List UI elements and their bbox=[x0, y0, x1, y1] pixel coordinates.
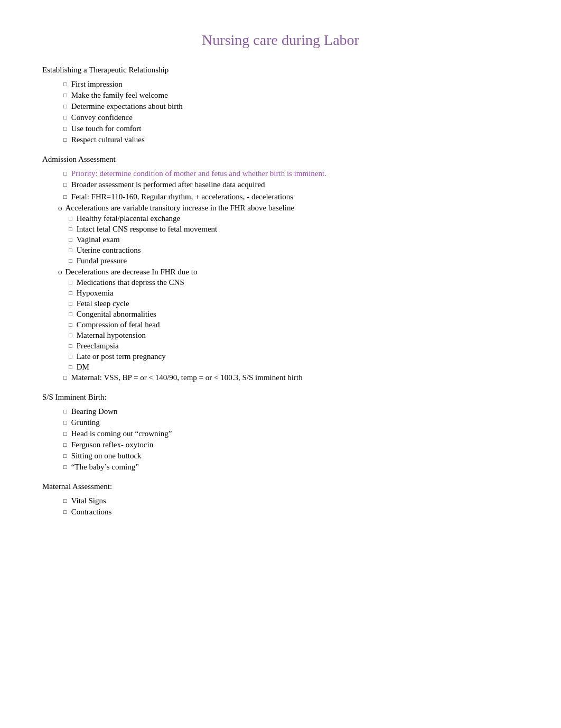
decelerations-label: Decelerations are decrease In FHR due to bbox=[66, 268, 198, 277]
list-item: Healthy fetal/placental exchange bbox=[69, 214, 519, 223]
fetal-item: Fetal: FHR=110-160, Regular rhythm, + ac… bbox=[42, 192, 519, 201]
page-title: Nursing care during Labor bbox=[42, 32, 519, 49]
maternal-assessment-list: Vital Signs Contractions bbox=[42, 496, 519, 517]
therapeutic-section: Establishing a Therapeutic Relationship … bbox=[42, 66, 519, 144]
list-item: Intact fetal CNS response to fetal movem… bbox=[69, 225, 519, 234]
list-item: Sitting on one buttock bbox=[63, 451, 519, 460]
list-item: Determine expectations about birth bbox=[63, 102, 519, 111]
accelerations-item: o Accelerations are variable transitory … bbox=[58, 204, 519, 213]
imminent-list: Bearing Down Grunting Head is coming out… bbox=[42, 407, 519, 472]
list-item: First impression bbox=[63, 80, 519, 89]
list-item: “The baby’s coming” bbox=[63, 463, 519, 472]
list-item: Convey confidence bbox=[63, 113, 519, 122]
decelerations-sub-list: Medications that depress the CNS Hypoxem… bbox=[42, 278, 519, 372]
list-item: Medications that depress the CNS bbox=[69, 278, 519, 287]
maternal-item: Maternal: VSS, BP = or < 140/90, temp = … bbox=[42, 373, 519, 382]
admission-heading: Admission Assessment bbox=[42, 155, 519, 164]
admission-list: Priority: determine condition of mother … bbox=[42, 169, 519, 189]
list-item: Grunting bbox=[63, 418, 519, 427]
maternal-assessment-heading: Maternal Assessment: bbox=[42, 482, 519, 491]
list-item: Contractions bbox=[63, 508, 519, 517]
priority-item: Priority: determine condition of mother … bbox=[63, 169, 519, 178]
list-item: DM bbox=[69, 363, 519, 372]
list-item: Compression of fetal head bbox=[69, 320, 519, 329]
accelerations-list: o Accelerations are variable transitory … bbox=[42, 204, 519, 213]
list-item: Fetal sleep cycle bbox=[69, 299, 519, 308]
imminent-section: S/S Imminent Birth: Bearing Down Gruntin… bbox=[42, 393, 519, 472]
list-item: Maternal hypotension bbox=[69, 331, 519, 340]
list-item: Bearing Down bbox=[63, 407, 519, 416]
list-item: Fundal pressure bbox=[69, 256, 519, 265]
list-item: Late or post term pregnancy bbox=[69, 352, 519, 361]
list-item: Make the family feel welcome bbox=[63, 91, 519, 100]
list-item: Hypoxemia bbox=[69, 289, 519, 298]
admission-section: Admission Assessment Priority: determine… bbox=[42, 155, 519, 382]
list-item: Uterine contractions bbox=[69, 246, 519, 255]
list-item: Vital Signs bbox=[63, 496, 519, 505]
decelerations-list: o Decelerations are decrease In FHR due … bbox=[42, 268, 519, 277]
list-item: Use touch for comfort bbox=[63, 124, 519, 133]
list-item: Respect cultural values bbox=[63, 135, 519, 144]
maternal-assessment-section: Maternal Assessment: Vital Signs Contrac… bbox=[42, 482, 519, 517]
imminent-heading: S/S Imminent Birth: bbox=[42, 393, 519, 402]
accelerations-label: Accelerations are variable transitory in… bbox=[66, 204, 295, 213]
decelerations-item: o Decelerations are decrease In FHR due … bbox=[58, 268, 519, 277]
list-item: Congenital abnormalities bbox=[69, 310, 519, 319]
therapeutic-list: First impression Make the family feel we… bbox=[42, 80, 519, 144]
therapeutic-heading: Establishing a Therapeutic Relationship bbox=[42, 66, 519, 75]
list-item: Preeclampsia bbox=[69, 342, 519, 351]
list-item: Vaginal exam bbox=[69, 235, 519, 244]
broader-item: Broader assessment is performed after ba… bbox=[63, 180, 519, 189]
accelerations-sub-list: Healthy fetal/placental exchange Intact … bbox=[42, 214, 519, 265]
list-item: Ferguson reflex- oxytocin bbox=[63, 440, 519, 449]
list-item: Head is coming out “crowning” bbox=[63, 429, 519, 438]
